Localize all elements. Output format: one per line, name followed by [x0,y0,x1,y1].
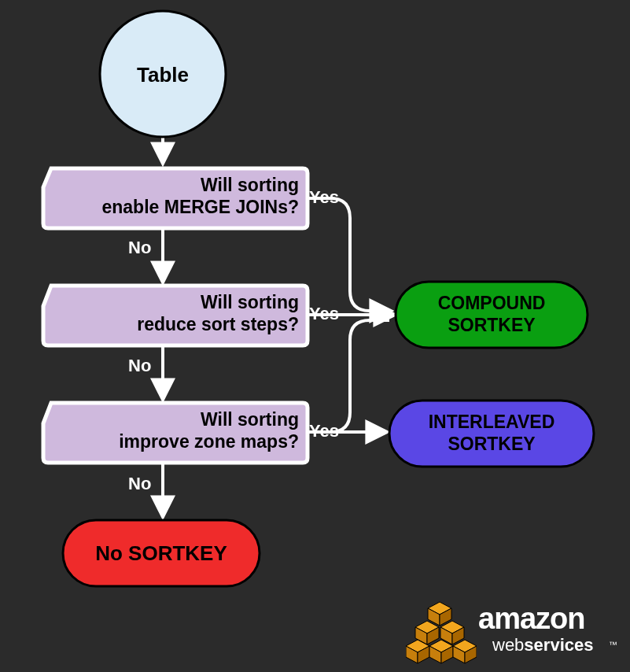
edge-q2-yes: Yes [309,304,339,324]
edge-q2-no: No [128,356,151,376]
compound-text: COMPOUNDSORTKEY [389,293,594,336]
logo-tm: ™ [609,640,617,649]
edge-q1-yes: Yes [309,187,339,208]
aws-logo: amazon webservices ™ [406,597,626,668]
aws-cubes-icon [406,597,477,668]
logo-text-webservices: webservices [492,635,593,655]
none-text: No SORTKEY [63,541,260,566]
start-label: Table [61,63,265,87]
q3-text: Will sortingimprove zone maps? [79,409,299,452]
interleaved-text: INTERLEAVEDSORTKEY [389,412,594,455]
q2-text: Will sortingreduce sort steps? [79,292,299,335]
edge-q1-no: No [128,238,151,258]
edge-q3-yes: Yes [309,421,339,441]
logo-text-amazon: amazon [478,602,584,636]
edge-q3-no: No [128,474,151,494]
q1-text: Will sortingenable MERGE JOINs? [79,175,299,218]
